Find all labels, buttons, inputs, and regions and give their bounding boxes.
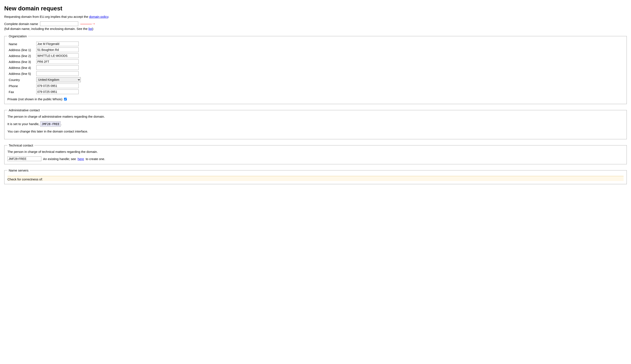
- arrow-hint-icon: ←———: [80, 22, 96, 26]
- name-label: Name: [8, 41, 35, 47]
- admin-desc2-prefix: It is set to your handle,: [8, 122, 40, 126]
- domain-name-row: Complete domain name ←———: [4, 22, 627, 26]
- domain-name-label: Complete domain name: [4, 22, 38, 26]
- table-row: Address (line 5): [8, 70, 82, 76]
- list-link[interactable]: list: [88, 27, 92, 30]
- technical-hint-prefix: An existing handle; see: [43, 157, 76, 161]
- intro-suffix: .: [108, 15, 109, 18]
- full-domain-hint-suffix: ): [92, 27, 93, 30]
- address3-label: Address (line 3): [8, 59, 35, 65]
- phone-label: Phone: [8, 83, 35, 89]
- address1-label: Address (line 1): [8, 47, 35, 53]
- admin-contact-section: Administrative contact The person in cha…: [4, 108, 627, 139]
- organization-section: Organization Name Address (line 1) Addre…: [4, 34, 627, 104]
- admin-description1: The person in charge of administrative m…: [8, 114, 624, 119]
- technical-hint-suffix: to create one.: [86, 157, 105, 161]
- full-domain-hint-prefix: (full domain name, including the enclosi…: [4, 27, 88, 30]
- technical-contact-section: Technical contact The person in charge o…: [4, 144, 627, 164]
- table-row: Phone: [8, 83, 82, 89]
- intro-paragraph: Requesting domain from EU.org implies th…: [4, 15, 627, 18]
- page-title: New domain request: [4, 5, 627, 12]
- country-label: Country: [8, 76, 35, 83]
- admin-handle-badge: JMF28-FREE: [40, 121, 61, 127]
- fax-input[interactable]: [36, 90, 79, 94]
- intro-text: Requesting domain from EU.org implies th…: [4, 15, 89, 18]
- table-row: Country United Kingdom United States Fra…: [8, 76, 82, 83]
- technical-contact-legend: Technical contact: [8, 144, 34, 147]
- table-row: Name: [8, 41, 82, 47]
- address4-label: Address (line 4): [8, 65, 35, 70]
- technical-input-row: An existing handle; see here to create o…: [8, 156, 624, 161]
- admin-contact-legend: Administrative contact: [8, 108, 41, 112]
- fax-label: Fax: [8, 89, 35, 95]
- address5-input[interactable]: [36, 71, 79, 76]
- domain-name-input[interactable]: [40, 22, 78, 26]
- admin-description3: You can change this later in the domain …: [8, 129, 624, 134]
- name-input[interactable]: [36, 42, 79, 46]
- check-correctness-label: Check for correctness of:: [8, 178, 43, 181]
- country-select[interactable]: United Kingdom United States France Germ…: [36, 77, 81, 82]
- full-domain-hint: (full domain name, including the enclosi…: [4, 27, 627, 30]
- check-correctness: Check for correctness of:: [8, 176, 624, 181]
- private-checkbox[interactable]: [64, 98, 67, 100]
- private-label: Private (not shown in the public Whois): [8, 97, 62, 101]
- table-row: Address (line 2): [8, 53, 82, 59]
- address1-input[interactable]: [36, 48, 79, 52]
- address5-label: Address (line 5): [8, 70, 35, 76]
- name-servers-legend: Name servers: [8, 168, 30, 172]
- address4-input[interactable]: [36, 65, 79, 70]
- private-row: Private (not shown in the public Whois): [8, 97, 624, 101]
- address2-input[interactable]: [36, 54, 79, 58]
- address2-label: Address (line 2): [8, 53, 35, 59]
- technical-description: The person in charge of technical matter…: [8, 149, 624, 154]
- table-row: Address (line 1): [8, 47, 82, 53]
- organization-table: Name Address (line 1) Address (line 2) A…: [8, 41, 82, 95]
- domain-policy-link[interactable]: domain policy: [89, 15, 108, 18]
- organization-legend: Organization: [8, 34, 28, 38]
- create-handle-link[interactable]: here: [78, 157, 84, 161]
- name-servers-section: Name servers Check for correctness of:: [4, 168, 627, 184]
- phone-input[interactable]: [36, 84, 79, 88]
- address3-input[interactable]: [36, 59, 79, 64]
- admin-desc2-suffix: .: [61, 122, 62, 126]
- table-row: Fax: [8, 89, 82, 95]
- admin-description2: It is set to your handle, JMF28-FREE.: [8, 121, 624, 127]
- technical-handle-input[interactable]: [8, 156, 41, 161]
- table-row: Address (line 4): [8, 65, 82, 70]
- table-row: Address (line 3): [8, 59, 82, 65]
